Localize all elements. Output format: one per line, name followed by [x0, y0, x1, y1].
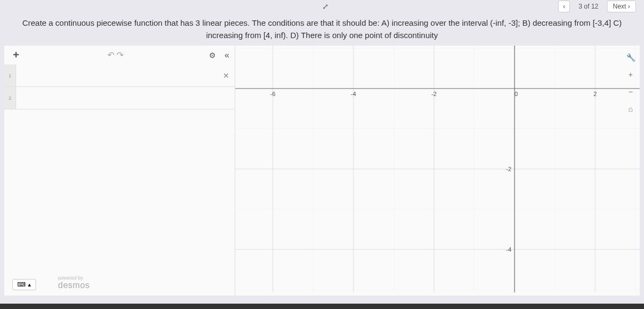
graph-area[interactable]: -6-4-202-4-2 🔧 + − ⌂ [235, 46, 640, 296]
expression-row[interactable]: 2 [4, 87, 235, 109]
branding: powered by desmos [58, 275, 90, 290]
close-icon[interactable]: ✕ [218, 71, 235, 80]
expression-sidebar: + ↶ ↷ ⚙ « 1 ✕ 2 ⌨ ▴ powere [4, 46, 235, 296]
redo-icon[interactable]: ↷ [117, 50, 124, 60]
expression-input[interactable] [16, 94, 235, 102]
chevron-up-icon: ▴ [28, 281, 31, 288]
next-button[interactable]: Next › [607, 1, 636, 12]
svg-text:-2: -2 [506, 166, 511, 172]
graph-grid[interactable]: -6-4-202-4-2 [235, 46, 640, 296]
expression-number: 2 [4, 87, 16, 109]
svg-text:2: 2 [594, 91, 597, 97]
keyboard-icon: ⌨ [17, 281, 26, 288]
prev-button[interactable]: ‹ [558, 1, 570, 12]
keyboard-button[interactable]: ⌨ ▴ [12, 279, 36, 290]
wrench-icon[interactable]: 🔧 [624, 51, 637, 64]
desmos-logo: desmos [58, 281, 90, 290]
expression-input[interactable] [16, 71, 218, 80]
svg-text:0: 0 [515, 91, 518, 97]
bottom-bar [0, 304, 644, 309]
home-icon[interactable]: ⌂ [624, 102, 637, 115]
expression-row[interactable]: 1 ✕ [4, 64, 235, 87]
svg-text:-4: -4 [351, 91, 356, 97]
add-expression-button[interactable]: + [10, 49, 23, 61]
svg-text:-4: -4 [506, 246, 511, 253]
page-indicator: 3 of 12 [574, 3, 603, 10]
expression-list: 1 ✕ 2 [4, 64, 235, 296]
zoom-out-button[interactable]: − [624, 85, 637, 98]
expression-number: 1 [4, 64, 16, 86]
expand-icon[interactable]: ⤢ [322, 2, 329, 11]
zoom-in-button[interactable]: + [624, 68, 637, 81]
undo-icon[interactable]: ↶ [107, 50, 114, 60]
svg-text:-2: -2 [431, 91, 437, 97]
gear-icon[interactable]: ⚙ [209, 51, 216, 60]
collapse-icon[interactable]: « [225, 50, 229, 60]
svg-text:-6: -6 [270, 91, 276, 97]
instructions-text: Create a continuous piecewise function t… [0, 13, 644, 46]
